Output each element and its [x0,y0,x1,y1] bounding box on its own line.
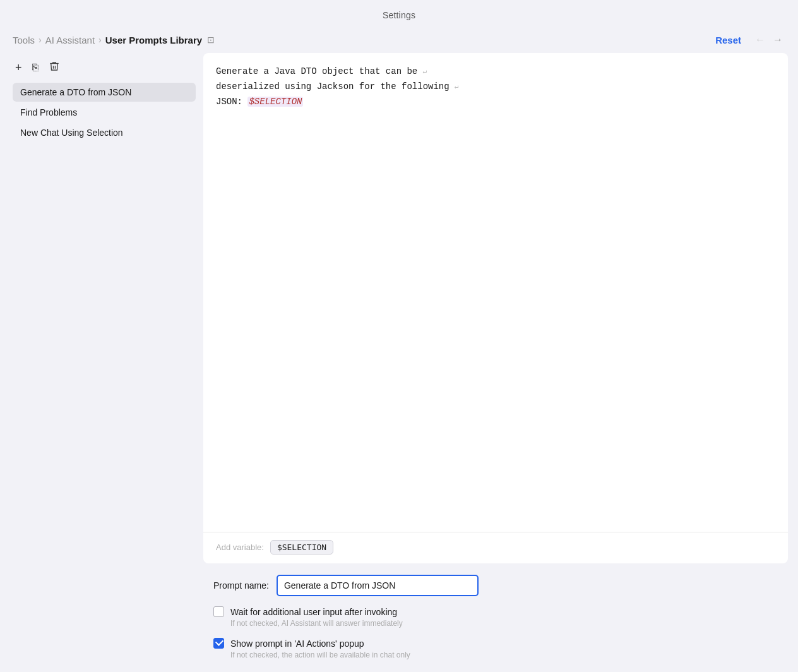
show-checkbox[interactable] [213,638,224,649]
wait-checkbox[interactable] [213,606,224,617]
main-content: + ⎘ Generate a DTO from JSON Find Proble… [0,53,798,672]
delete-prompt-button[interactable] [46,59,63,75]
breadcrumb-sep2: › [98,35,102,45]
right-panel: Generate a Java DTO object that can be ↵… [203,53,788,563]
selection-variable: $SELECTION [247,97,303,107]
wrap-indicator-1: ↵ [423,68,427,75]
settings-title: Settings [0,0,798,28]
variable-chip[interactable]: $SELECTION [270,540,333,555]
copy-prompt-button[interactable]: ⎘ [30,61,41,74]
wait-hint: If not checked, AI Assistant will answer… [230,619,780,628]
prompt-list: Generate a DTO from JSON Find Problems N… [13,83,196,142]
prompt-name-input[interactable] [277,575,479,596]
add-prompt-button[interactable]: + [13,61,25,75]
reset-button[interactable]: Reset [715,35,741,45]
breadcrumb-sep1: › [39,35,42,45]
prompt-item-1[interactable]: Find Problems [13,103,196,122]
breadcrumb-bar: Tools › AI Assistant › User Prompts Libr… [0,28,798,53]
window-icon[interactable]: ⊡ [207,35,215,45]
add-variable-label: Add variable: [216,543,264,552]
wrap-indicator-2: ↵ [455,83,459,90]
show-hint: If not checked, the action will be avail… [230,651,780,659]
wait-checkbox-row: Wait for additional user input after inv… [213,606,780,628]
prompt-item-0[interactable]: Generate a DTO from JSON [13,83,196,102]
editor-area[interactable]: Generate a Java DTO object that can be ↵… [203,53,788,532]
show-label: Show prompt in 'AI Actions' popup [230,639,364,649]
breadcrumb-current: User Prompts Library [105,35,202,45]
breadcrumb-tools[interactable]: Tools [13,35,35,45]
left-panel: + ⎘ Generate a DTO from JSON Find Proble… [5,53,201,672]
wait-label: Wait for additional user input after inv… [230,607,397,617]
prompt-name-row: Prompt name: [213,575,780,596]
bottom-form: Prompt name: Wait for additional user in… [201,563,793,672]
show-checkbox-row: Show prompt in 'AI Actions' popup If not… [213,638,780,659]
wait-checkbox-line: Wait for additional user input after inv… [213,606,780,617]
nav-back-button[interactable]: ← [753,33,768,47]
prompt-item-2[interactable]: New Chat Using Selection [13,123,196,142]
breadcrumb-ai-assistant[interactable]: AI Assistant [45,35,95,45]
editor-text: Generate a Java DTO object that can be ↵… [216,64,775,109]
toolbar: + ⎘ [13,59,196,75]
add-variable-bar: Add variable: $SELECTION [203,532,788,563]
show-checkbox-line: Show prompt in 'AI Actions' popup [213,638,780,649]
nav-forward-button[interactable]: → [770,33,785,47]
prompt-name-label: Prompt name: [213,580,269,591]
